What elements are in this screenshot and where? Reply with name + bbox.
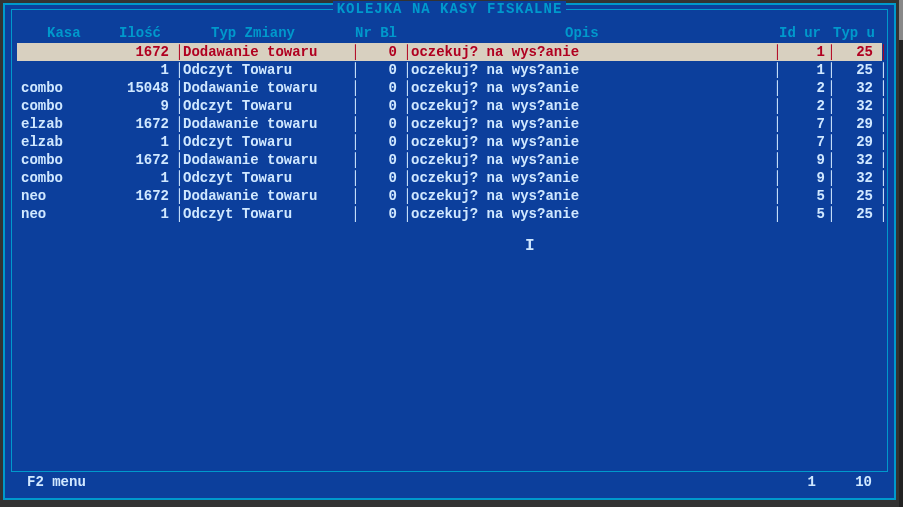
cell-typu: 32 (833, 97, 877, 115)
cell-typu: 32 (833, 169, 877, 187)
cell-id: 5 (779, 187, 825, 205)
cell-kasa: neo (21, 205, 101, 223)
col-typu: Typ u (833, 25, 875, 41)
col-sep-icon: │ (879, 97, 887, 115)
cell-typ: Dodawanie towaru (183, 187, 351, 205)
cell-opis: oczekuj? na wys?anie (411, 43, 701, 61)
cell-id: 9 (779, 151, 825, 169)
cell-kasa: combo (21, 151, 101, 169)
cell-typ: Dodawanie towaru (183, 151, 351, 169)
table-row[interactable]: combo1│Odczyt Towaru│0│oczekuj? na wys?a… (17, 169, 882, 187)
cell-ilosc: 1672 (101, 187, 173, 205)
cell-nr: 0 (357, 43, 401, 61)
menu-hint[interactable]: F2 menu (27, 474, 86, 490)
cell-kasa: combo (21, 97, 101, 115)
cell-ilosc: 15048 (101, 79, 173, 97)
cell-typ: Dodawanie towaru (183, 115, 351, 133)
cell-typ: Odczyt Towaru (183, 61, 351, 79)
cell-nr: 0 (357, 97, 401, 115)
cell-typu: 32 (833, 79, 877, 97)
footer-total: 10 (855, 474, 872, 490)
cell-id: 7 (779, 133, 825, 151)
cell-ilosc: 9 (101, 97, 173, 115)
cell-id: 1 (779, 61, 825, 79)
col-id: Id ur (779, 25, 821, 41)
cell-nr: 0 (357, 205, 401, 223)
cell-id: 2 (779, 97, 825, 115)
cell-kasa: elzab (21, 133, 101, 151)
col-ilosc: Ilość (119, 25, 161, 41)
scrollbar[interactable] (899, 0, 903, 507)
cell-typ: Odczyt Towaru (183, 169, 351, 187)
cell-id: 1 (779, 43, 825, 61)
cell-kasa: neo (21, 187, 101, 205)
cell-nr: 0 (357, 187, 401, 205)
table-row[interactable]: neo1672│Dodawanie towaru│0│oczekuj? na w… (17, 187, 882, 205)
cell-typ: Dodawanie towaru (183, 43, 351, 61)
col-opis: Opis (565, 25, 599, 41)
table-row[interactable]: 1672│Dodawanie towaru│0│oczekuj? na wys?… (17, 43, 882, 61)
cell-typ: Odczyt Towaru (183, 133, 351, 151)
cell-typu: 29 (833, 133, 877, 151)
column-headers: Kasa Ilość Typ Zmiany Nr Bl Opis Id ur T… (17, 25, 882, 43)
cell-ilosc: 1 (101, 133, 173, 151)
cell-id: 9 (779, 169, 825, 187)
cell-ilosc: 1 (101, 169, 173, 187)
col-sep-icon: │ (879, 115, 887, 133)
cell-typu: 25 (833, 61, 877, 79)
cell-nr: 0 (357, 133, 401, 151)
table-row[interactable]: combo15048│Dodawanie towaru│0│oczekuj? n… (17, 79, 882, 97)
cell-typ: Dodawanie towaru (183, 79, 351, 97)
table-row[interactable]: elzab1│Odczyt Towaru│0│oczekuj? na wys?a… (17, 133, 882, 151)
footer-bar: F2 menu 1 10 (23, 474, 876, 492)
col-sep-icon: │ (879, 79, 887, 97)
col-sep-icon: │ (879, 151, 887, 169)
cell-nr: 0 (357, 79, 401, 97)
cell-ilosc: 1 (101, 61, 173, 79)
cell-opis: oczekuj? na wys?anie (411, 79, 701, 97)
cell-opis: oczekuj? na wys?anie (411, 61, 701, 79)
scrollbar-thumb[interactable] (899, 0, 903, 40)
cell-opis: oczekuj? na wys?anie (411, 151, 701, 169)
cell-kasa: combo (21, 79, 101, 97)
cell-typu: 29 (833, 115, 877, 133)
cell-nr: 0 (357, 151, 401, 169)
cell-ilosc: 1672 (101, 115, 173, 133)
app-screen: KOLEJKA NA KASY FISKALNE Kasa Ilość Typ … (3, 3, 896, 500)
cell-opis: oczekuj? na wys?anie (411, 169, 701, 187)
col-nr: Nr Bl (355, 25, 397, 41)
col-kasa: Kasa (47, 25, 81, 41)
cell-opis: oczekuj? na wys?anie (411, 97, 701, 115)
footer-pos: 1 (808, 474, 816, 490)
table-body[interactable]: 1672│Dodawanie towaru│0│oczekuj? na wys?… (17, 43, 882, 223)
cell-typu: 25 (833, 205, 877, 223)
cell-opis: oczekuj? na wys?anie (411, 115, 701, 133)
cell-opis: oczekuj? na wys?anie (411, 205, 701, 223)
col-sep-icon: │ (879, 133, 887, 151)
cell-nr: 0 (357, 115, 401, 133)
cell-nr: 0 (357, 61, 401, 79)
table-row[interactable]: combo1672│Dodawanie towaru│0│oczekuj? na… (17, 151, 882, 169)
cell-ilosc: 1 (101, 205, 173, 223)
cell-kasa: elzab (21, 115, 101, 133)
table-row[interactable]: combo9│Odczyt Towaru│0│oczekuj? na wys?a… (17, 97, 882, 115)
table-row[interactable]: 1│Odczyt Towaru│0│oczekuj? na wys?anie│1… (17, 61, 882, 79)
table-row[interactable]: elzab1672│Dodawanie towaru│0│oczekuj? na… (17, 115, 882, 133)
col-sep-icon: │ (879, 205, 887, 223)
cell-typu: 32 (833, 151, 877, 169)
title-text: KOLEJKA NA KASY FISKALNE (333, 1, 567, 17)
cell-ilosc: 1672 (101, 151, 173, 169)
col-sep-icon: │ (879, 187, 887, 205)
cell-id: 2 (779, 79, 825, 97)
col-sep-icon: │ (879, 43, 887, 61)
cell-id: 5 (779, 205, 825, 223)
cell-typu: 25 (833, 187, 877, 205)
cell-id: 7 (779, 115, 825, 133)
cell-ilosc: 1672 (101, 43, 173, 61)
table-row[interactable]: neo1│Odczyt Towaru│0│oczekuj? na wys?ani… (17, 205, 882, 223)
cell-typ: Odczyt Towaru (183, 97, 351, 115)
cell-opis: oczekuj? na wys?anie (411, 133, 701, 151)
cell-typu: 25 (833, 43, 877, 61)
cell-opis: oczekuj? na wys?anie (411, 187, 701, 205)
col-typ: Typ Zmiany (211, 25, 295, 41)
